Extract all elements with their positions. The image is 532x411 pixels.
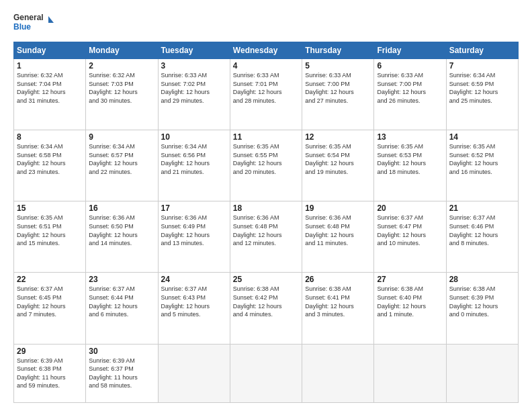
day-info: Sunrise: 6:35 AM Sunset: 6:51 PM Dayligh… (17, 214, 83, 247)
table-row: 24Sunrise: 6:37 AM Sunset: 6:43 PM Dayli… (158, 273, 230, 344)
svg-text:General: General (13, 13, 44, 22)
day-info: Sunrise: 6:37 AM Sunset: 6:44 PM Dayligh… (89, 285, 154, 318)
day-info: Sunrise: 6:38 AM Sunset: 6:41 PM Dayligh… (305, 285, 371, 318)
col-friday: Friday (374, 42, 446, 59)
table-row: 21Sunrise: 6:37 AM Sunset: 6:46 PM Dayli… (446, 201, 518, 273)
day-info: Sunrise: 6:32 AM Sunset: 7:04 PM Dayligh… (17, 71, 83, 105)
day-info: Sunrise: 6:35 AM Sunset: 6:53 PM Dayligh… (377, 142, 443, 176)
table-row: 13Sunrise: 6:35 AM Sunset: 6:53 PM Dayli… (374, 130, 446, 201)
table-row: 6Sunrise: 6:33 AM Sunset: 7:00 PM Daylig… (374, 59, 446, 130)
day-info: Sunrise: 6:33 AM Sunset: 7:01 PM Dayligh… (233, 71, 299, 105)
day-info: Sunrise: 6:36 AM Sunset: 6:49 PM Dayligh… (161, 214, 227, 247)
day-number: 24 (161, 275, 227, 284)
day-number: 3 (161, 61, 227, 71)
day-number: 16 (89, 203, 154, 213)
table-row: 11Sunrise: 6:35 AM Sunset: 6:55 PM Dayli… (230, 130, 302, 201)
table-row: 30Sunrise: 6:39 AM Sunset: 6:37 PM Dayli… (86, 344, 158, 402)
day-info: Sunrise: 6:35 AM Sunset: 6:54 PM Dayligh… (305, 142, 371, 176)
day-info: Sunrise: 6:39 AM Sunset: 6:38 PM Dayligh… (17, 357, 83, 390)
table-row (230, 344, 302, 402)
day-number: 26 (305, 275, 371, 284)
table-row: 1Sunrise: 6:32 AM Sunset: 7:04 PM Daylig… (14, 59, 86, 130)
day-number: 25 (233, 275, 299, 284)
table-row: 4Sunrise: 6:33 AM Sunset: 7:01 PM Daylig… (230, 59, 302, 130)
day-info: Sunrise: 6:38 AM Sunset: 6:42 PM Dayligh… (233, 285, 299, 318)
table-row: 25Sunrise: 6:38 AM Sunset: 6:42 PM Dayli… (230, 273, 302, 344)
day-number: 5 (305, 61, 371, 71)
day-number: 6 (377, 61, 443, 71)
col-thursday: Thursday (302, 42, 374, 59)
day-number: 21 (449, 203, 515, 213)
day-info: Sunrise: 6:39 AM Sunset: 6:37 PM Dayligh… (89, 357, 154, 390)
table-row: 23Sunrise: 6:37 AM Sunset: 6:44 PM Dayli… (86, 273, 158, 344)
table-row: 26Sunrise: 6:38 AM Sunset: 6:41 PM Dayli… (302, 273, 374, 344)
day-info: Sunrise: 6:34 AM Sunset: 6:59 PM Dayligh… (449, 71, 515, 105)
day-number: 7 (449, 61, 515, 71)
day-info: Sunrise: 6:32 AM Sunset: 7:03 PM Dayligh… (89, 71, 154, 105)
day-info: Sunrise: 6:37 AM Sunset: 6:47 PM Dayligh… (377, 214, 443, 247)
day-info: Sunrise: 6:36 AM Sunset: 6:48 PM Dayligh… (233, 214, 299, 247)
table-row: 10Sunrise: 6:34 AM Sunset: 6:56 PM Dayli… (158, 130, 230, 201)
svg-marker-2 (48, 16, 54, 23)
weekday-header-row: Sunday Monday Tuesday Wednesday Thursday… (14, 42, 519, 59)
table-row: 28Sunrise: 6:38 AM Sunset: 6:39 PM Dayli… (446, 273, 518, 344)
col-saturday: Saturday (446, 42, 518, 59)
day-number: 8 (17, 132, 83, 142)
table-row: 22Sunrise: 6:37 AM Sunset: 6:45 PM Dayli… (14, 273, 86, 344)
day-info: Sunrise: 6:33 AM Sunset: 7:00 PM Dayligh… (377, 71, 443, 105)
col-monday: Monday (86, 42, 158, 59)
table-row (374, 344, 446, 402)
day-info: Sunrise: 6:33 AM Sunset: 7:00 PM Dayligh… (305, 71, 371, 105)
table-row (302, 344, 374, 402)
col-sunday: Sunday (14, 42, 86, 59)
table-row: 20Sunrise: 6:37 AM Sunset: 6:47 PM Dayli… (374, 201, 446, 273)
day-number: 27 (377, 275, 443, 284)
day-number: 20 (377, 203, 443, 213)
day-number: 2 (89, 61, 154, 71)
day-number: 29 (17, 347, 83, 356)
day-info: Sunrise: 6:36 AM Sunset: 6:50 PM Dayligh… (89, 214, 154, 247)
day-number: 30 (89, 347, 154, 356)
day-number: 1 (17, 61, 83, 71)
day-number: 10 (161, 132, 227, 142)
day-number: 18 (233, 203, 299, 213)
table-row: 15Sunrise: 6:35 AM Sunset: 6:51 PM Dayli… (14, 201, 86, 273)
col-wednesday: Wednesday (230, 42, 302, 59)
table-row: 8Sunrise: 6:34 AM Sunset: 6:58 PM Daylig… (14, 130, 86, 201)
day-number: 28 (449, 275, 515, 284)
day-number: 22 (17, 275, 83, 284)
day-number: 19 (305, 203, 371, 213)
day-info: Sunrise: 6:35 AM Sunset: 6:55 PM Dayligh… (233, 142, 299, 176)
day-number: 17 (161, 203, 227, 213)
day-info: Sunrise: 6:37 AM Sunset: 6:45 PM Dayligh… (17, 285, 83, 318)
page: General Blue Sunday Monday Tuesday Wedne… (0, 0, 532, 411)
table-row: 9Sunrise: 6:34 AM Sunset: 6:57 PM Daylig… (86, 130, 158, 201)
logo-svg: General Blue (13, 11, 54, 35)
table-row: 16Sunrise: 6:36 AM Sunset: 6:50 PM Dayli… (86, 201, 158, 273)
col-tuesday: Tuesday (158, 42, 230, 59)
day-number: 11 (233, 132, 299, 142)
day-number: 4 (233, 61, 299, 71)
day-number: 9 (89, 132, 154, 142)
svg-text:Blue: Blue (13, 22, 31, 32)
table-row (158, 344, 230, 402)
table-row: 5Sunrise: 6:33 AM Sunset: 7:00 PM Daylig… (302, 59, 374, 130)
day-number: 14 (449, 132, 515, 142)
day-number: 15 (17, 203, 83, 213)
day-info: Sunrise: 6:34 AM Sunset: 6:58 PM Dayligh… (17, 142, 83, 176)
table-row: 12Sunrise: 6:35 AM Sunset: 6:54 PM Dayli… (302, 130, 374, 201)
day-number: 13 (377, 132, 443, 142)
table-row: 7Sunrise: 6:34 AM Sunset: 6:59 PM Daylig… (446, 59, 518, 130)
day-info: Sunrise: 6:38 AM Sunset: 6:39 PM Dayligh… (449, 285, 515, 318)
header: General Blue (13, 11, 519, 35)
table-row: 17Sunrise: 6:36 AM Sunset: 6:49 PM Dayli… (158, 201, 230, 273)
table-row (446, 344, 518, 402)
day-info: Sunrise: 6:33 AM Sunset: 7:02 PM Dayligh… (161, 71, 227, 105)
table-row: 3Sunrise: 6:33 AM Sunset: 7:02 PM Daylig… (158, 59, 230, 130)
table-row: 27Sunrise: 6:38 AM Sunset: 6:40 PM Dayli… (374, 273, 446, 344)
day-info: Sunrise: 6:37 AM Sunset: 6:43 PM Dayligh… (161, 285, 227, 318)
table-row: 2Sunrise: 6:32 AM Sunset: 7:03 PM Daylig… (86, 59, 158, 130)
calendar-table: Sunday Monday Tuesday Wednesday Thursday… (13, 42, 519, 403)
day-info: Sunrise: 6:38 AM Sunset: 6:40 PM Dayligh… (377, 285, 443, 318)
table-row: 18Sunrise: 6:36 AM Sunset: 6:48 PM Dayli… (230, 201, 302, 273)
